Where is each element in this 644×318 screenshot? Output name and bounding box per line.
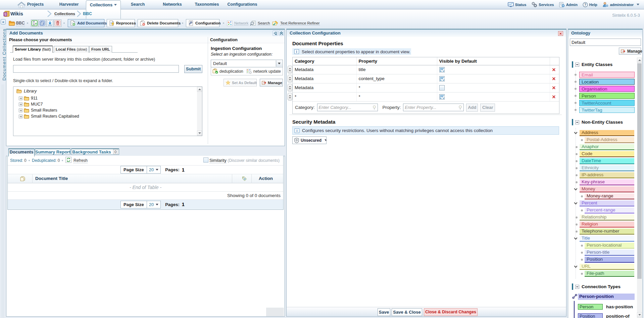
svg-text:P: P (4, 13, 6, 16)
svg-text:?: ? (584, 2, 586, 6)
